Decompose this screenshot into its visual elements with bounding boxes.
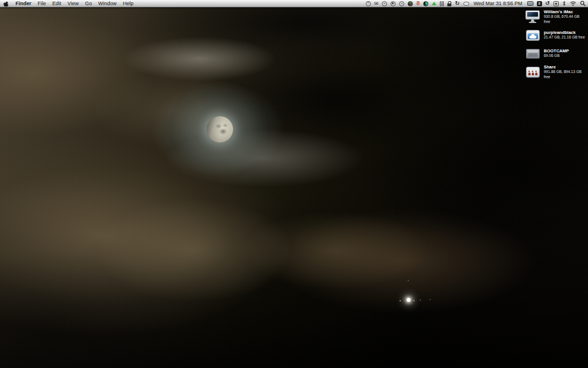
volume-name: purpleandblack bbox=[544, 30, 586, 35]
spaces-icon[interactable]: 2 bbox=[537, 0, 542, 7]
sync-icon[interactable]: ↻ bbox=[455, 0, 459, 7]
menu-bar-clock[interactable]: Wed Mar 31 8:56 PM bbox=[473, 0, 524, 7]
menu-file[interactable]: File bbox=[38, 0, 47, 7]
play-icon[interactable]: ▶ bbox=[390, 1, 396, 6]
airport-wifi-icon[interactable] bbox=[570, 0, 577, 7]
app-menu-finder[interactable]: Finder bbox=[16, 0, 32, 7]
pinwheel-icon[interactable] bbox=[408, 0, 413, 7]
moon bbox=[207, 116, 233, 143]
menu-window[interactable]: Window bbox=[98, 0, 117, 7]
volume-share[interactable]: Share 991.88 GB, 894.13 GB free bbox=[525, 64, 586, 79]
time-machine-icon[interactable]: ↺ bbox=[546, 0, 550, 7]
menu-bar: Finder File Edit View Go Window Help ? ✉… bbox=[0, 0, 588, 7]
upload-arrow-icon[interactable] bbox=[432, 0, 436, 7]
menu-go[interactable]: Go bbox=[85, 0, 92, 7]
menu-help[interactable]: Help bbox=[123, 0, 134, 7]
bluetooth-icon[interactable] bbox=[562, 0, 566, 7]
desktop-wallpaper bbox=[0, 0, 588, 368]
internal-hard-drive-icon bbox=[525, 46, 540, 61]
menu-edit[interactable]: Edit bbox=[52, 0, 61, 7]
volume-name: Share bbox=[544, 64, 586, 70]
menu-view[interactable]: View bbox=[68, 0, 79, 7]
disk-usage-pie-icon[interactable] bbox=[423, 0, 428, 7]
menu-bar-status-area: ? ✉ « ▶ » 8 ↻ Wed Mar 31 8:56 PM 2 ↺ bbox=[366, 0, 586, 7]
small-star bbox=[408, 280, 409, 281]
meter-bars-icon[interactable] bbox=[440, 0, 444, 7]
volume-info: 930.8 GB, 670.44 GB free bbox=[544, 14, 586, 24]
volume-name: William's iMac bbox=[544, 9, 586, 14]
screen-sharing-icon[interactable] bbox=[554, 1, 559, 6]
small-star bbox=[420, 300, 421, 301]
volume-purpleandblack[interactable]: purpleandblack 21.47 GB, 21.16 GB free bbox=[525, 28, 586, 43]
volume-info: 991.88 GB, 894.13 GB free bbox=[544, 70, 586, 79]
spaces-number: 2 bbox=[537, 1, 542, 6]
mail-icon[interactable]: ✉ bbox=[374, 0, 379, 7]
displays-icon[interactable] bbox=[527, 0, 533, 7]
apple-menu-icon[interactable] bbox=[3, 1, 9, 7]
ichat-bubble-icon[interactable] bbox=[463, 0, 469, 7]
spotlight-icon[interactable] bbox=[580, 0, 586, 7]
external-drive-clouds-icon bbox=[525, 28, 540, 43]
volume-name: BOOTCAMP bbox=[544, 48, 586, 53]
small-star bbox=[400, 300, 401, 301]
next-track-icon[interactable]: » bbox=[399, 1, 404, 6]
volume-info: 69.06 GB bbox=[544, 53, 586, 58]
network-share-drive-icon bbox=[525, 64, 540, 79]
small-star bbox=[430, 299, 431, 300]
help-icon[interactable]: ? bbox=[366, 1, 371, 6]
bright-star bbox=[407, 298, 411, 302]
small-star bbox=[413, 300, 415, 301]
desktop-volumes: William's iMac 930.8 GB, 670.44 GB free … bbox=[525, 9, 586, 83]
volume-williams-imac[interactable]: William's iMac 930.8 GB, 670.44 GB free bbox=[525, 9, 586, 24]
activity-rings-icon[interactable]: 8 bbox=[416, 0, 420, 7]
menu-bar-left: Finder File Edit View Go Window Help bbox=[3, 0, 133, 7]
volume-bootcamp[interactable]: BOOTCAMP 69.06 GB bbox=[525, 46, 586, 61]
imac-icon bbox=[525, 9, 540, 24]
volume-info: 21.47 GB, 21.16 GB free bbox=[544, 35, 586, 40]
keychain-lock-icon[interactable] bbox=[447, 0, 451, 7]
previous-track-icon[interactable]: « bbox=[382, 1, 387, 6]
